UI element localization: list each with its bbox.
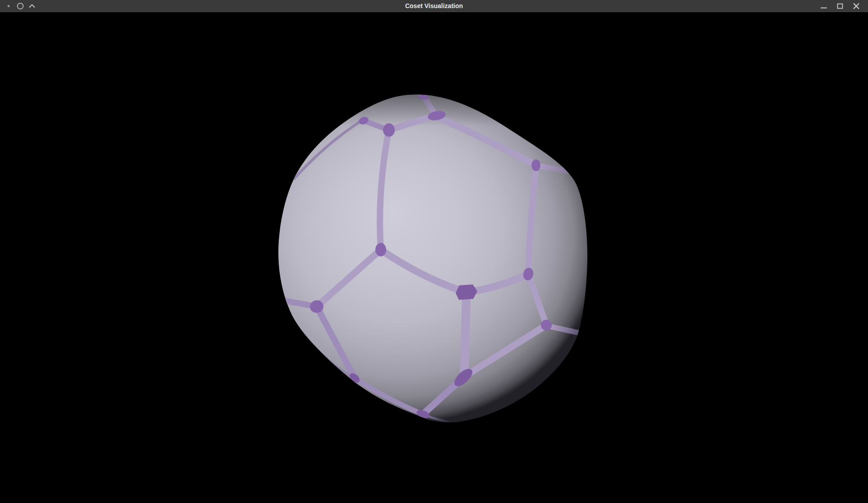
edge <box>464 293 466 376</box>
vertex-cap <box>541 320 552 331</box>
coset-polyhedron <box>0 12 868 503</box>
vertex-cap <box>531 159 540 171</box>
maximize-icon <box>832 0 848 12</box>
chevron-up-icon <box>26 0 38 12</box>
window-dot-button[interactable] <box>3 0 14 12</box>
close-button[interactable] <box>848 0 864 12</box>
vertex-cap <box>279 293 285 307</box>
titlebar: Coset Visualization <box>0 0 868 12</box>
minimize-icon <box>816 0 832 12</box>
maximize-button[interactable] <box>832 0 848 12</box>
titlebar-right-controls <box>816 0 868 12</box>
minimize-button[interactable] <box>816 0 832 12</box>
window-shade-button[interactable] <box>26 0 38 12</box>
vertex-cap <box>375 243 386 256</box>
polyhedron-silhouette <box>278 95 587 423</box>
window-circle-button[interactable] <box>14 0 26 12</box>
close-icon <box>848 0 864 12</box>
dot-icon <box>3 0 14 12</box>
top-rim-shading <box>271 88 614 133</box>
vertex-cap <box>383 123 395 137</box>
render-canvas[interactable] <box>0 12 868 503</box>
circle-icon <box>14 0 26 12</box>
window-title: Coset Visualization <box>405 0 463 12</box>
app-window: Coset Visualization <box>0 0 868 503</box>
titlebar-left-controls <box>0 0 38 12</box>
